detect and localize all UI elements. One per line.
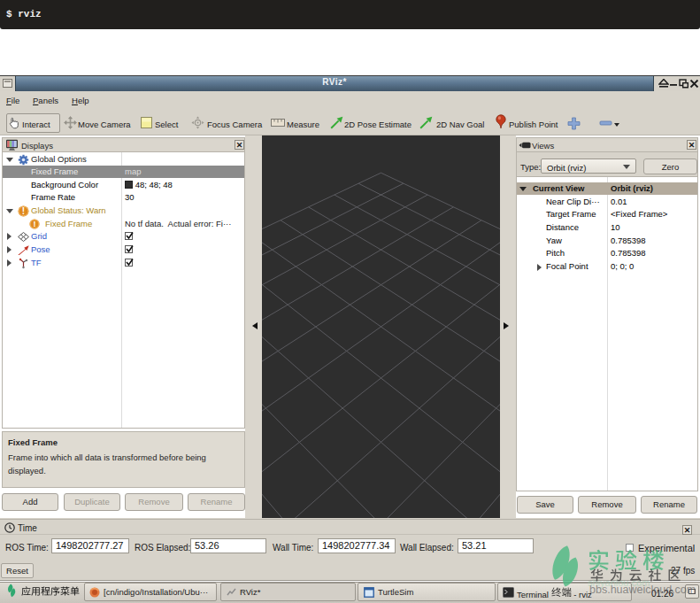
svg-text:!: ! — [33, 220, 35, 228]
svg-text:!: ! — [22, 206, 25, 216]
